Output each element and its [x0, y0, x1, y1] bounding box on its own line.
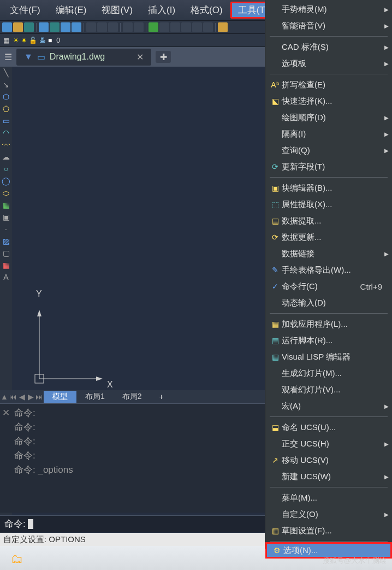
svg-marker-3	[96, 377, 103, 381]
zoom-window-icon[interactable]	[181, 22, 191, 32]
nav-first-icon[interactable]: ⏮	[9, 392, 17, 401]
ellipse-arc-icon[interactable]: ⬭	[1, 188, 11, 198]
menu-dynamic-input[interactable]: 动态输入(D)	[265, 295, 392, 311]
menu-view[interactable]: 视图(V)	[94, 2, 140, 19]
menu-data-extract[interactable]: ▤数据提取...	[265, 213, 392, 229]
save-icon[interactable]	[24, 22, 34, 32]
menu-draworder[interactable]: 绘图顺序(D)▶	[265, 109, 392, 126]
menu-customize[interactable]: 自定义(O)▶	[265, 506, 392, 522]
menu-named-ucs[interactable]: ⬓命名 UCS(U)...	[265, 419, 392, 436]
zoom-prev-icon[interactable]	[203, 22, 213, 32]
ellipse-icon[interactable]: ◯	[1, 176, 11, 186]
menu-data-update[interactable]: ⟳数据更新...	[265, 229, 392, 245]
menu-data-link[interactable]: 数据链接▶	[265, 245, 392, 262]
table-icon[interactable]: ▦	[1, 260, 11, 270]
point-icon[interactable]: ·	[1, 224, 11, 234]
menu-command-line[interactable]: ✓命令行(C)Ctrl+9	[265, 278, 392, 295]
polygon-icon[interactable]: ⬠	[1, 104, 11, 114]
redo-icon[interactable]	[134, 22, 144, 32]
block-icon[interactable]: ▣	[1, 212, 11, 222]
close-tab-icon[interactable]: ✕	[136, 52, 144, 62]
layer-manager-icon[interactable]: ▦	[3, 37, 11, 44]
layer-lock-icon[interactable]: 🔓	[29, 37, 37, 44]
nav-next-icon[interactable]: ▶	[26, 392, 35, 401]
paste-icon[interactable]	[108, 22, 118, 32]
menu-attribute-extract[interactable]: ⬚属性提取(X)...	[265, 196, 392, 213]
command-input[interactable]: 命令:	[0, 515, 265, 532]
menu-load-app[interactable]: ▦加载应用程序(L)...	[265, 316, 392, 332]
arc-icon[interactable]: ◠	[1, 128, 11, 138]
menu-view-slide[interactable]: 观看幻灯片(V)...	[265, 381, 392, 398]
layer-color-icon[interactable]: ■	[48, 37, 52, 44]
layer-plot-icon[interactable]: 🖶	[39, 37, 46, 44]
ray-icon[interactable]: ↘	[1, 80, 11, 90]
data-extract-icon: ▤	[269, 216, 282, 225]
tab-layout1[interactable]: 布局1	[76, 391, 114, 403]
menu-block-editor[interactable]: ▣块编辑器(B)...	[265, 180, 392, 196]
zoom-icon[interactable]	[170, 22, 180, 32]
match-prop-icon[interactable]	[149, 22, 158, 32]
menu-updatefields[interactable]: ⟳更新字段(T)	[265, 158, 392, 175]
region-icon[interactable]: ▢	[1, 248, 11, 258]
menu-insert[interactable]: 插入(I)	[140, 2, 183, 19]
tab-add-layout[interactable]: +	[151, 391, 173, 402]
cloud-icon[interactable]: ☁	[1, 152, 11, 162]
spline-icon[interactable]: 〰	[1, 140, 11, 150]
command-prompt: 命令:	[4, 518, 26, 530]
gradient-icon[interactable]: ▨	[1, 236, 11, 246]
menu-drafting-settings[interactable]: ▦草图设置(F)...	[265, 522, 392, 539]
menu-macro[interactable]: 宏(A)▶	[265, 398, 392, 414]
menu-spellcheck[interactable]: Aᵇ拼写检查(E)	[265, 77, 392, 93]
menu-qselect[interactable]: ⬕快速选择(K)...	[265, 93, 392, 109]
text-icon[interactable]: A	[1, 272, 11, 282]
menu-new-ucs[interactable]: 新建 UCS(W)▶	[265, 468, 392, 485]
zoom-extents-icon[interactable]	[192, 22, 202, 32]
help-icon[interactable]	[218, 22, 228, 32]
copy-icon[interactable]	[97, 22, 107, 32]
menu-inquiry[interactable]: 查询(Q)▶	[265, 142, 392, 158]
layout-icon[interactable]	[72, 22, 81, 32]
circle-icon[interactable]: ○	[1, 164, 11, 174]
tab-model[interactable]: 模型	[44, 391, 76, 403]
layer-thaw-icon[interactable]: ✷	[21, 37, 27, 44]
cut-icon[interactable]	[86, 22, 96, 32]
new-icon[interactable]	[2, 22, 12, 32]
menu-vlisp[interactable]: ▦Visual LISP 编辑器	[265, 349, 392, 365]
layer-name[interactable]: 0	[56, 37, 60, 44]
new-tab-button[interactable]: ✚	[156, 51, 171, 63]
polyline-icon[interactable]: ⬡	[1, 92, 11, 102]
menu-run-script[interactable]: ▤运行脚本(R)...	[265, 332, 392, 349]
menu-isolate[interactable]: 隔离(I)▶	[265, 126, 392, 142]
file-explorer-icon[interactable]: 🗂	[11, 552, 26, 564]
menu-file[interactable]: 文件(F)	[2, 2, 48, 19]
menu-edit[interactable]: 编辑(E)	[48, 2, 94, 19]
publish-icon[interactable]	[61, 22, 70, 32]
plot-preview-icon[interactable]	[50, 22, 60, 32]
nav-last-icon[interactable]: ⏭	[35, 392, 44, 401]
close-history-icon[interactable]: ✕	[2, 406, 10, 420]
line-icon[interactable]: ╲	[1, 68, 11, 78]
layer-on-icon[interactable]: ☀	[13, 37, 19, 44]
menu-cad-standards[interactable]: CAD 标准(S)▶	[265, 39, 392, 55]
menu-format[interactable]: 格式(O)	[183, 2, 230, 19]
menu-menu[interactable]: 菜单(M)...	[265, 490, 392, 506]
menu-ortho-ucs[interactable]: 正交 UCS(H)▶	[265, 436, 392, 452]
menu-gesture[interactable]: 手势精灵(M)▶	[265, 1, 392, 17]
nav-up-icon[interactable]: ▲	[0, 392, 9, 401]
rectangle-icon[interactable]: ▭	[1, 116, 11, 126]
menu-voice[interactable]: 智能语音(V)▶	[265, 17, 392, 34]
menu-move-ucs[interactable]: ↗移动 UCS(V)	[265, 452, 392, 468]
tab-menu-icon[interactable]: ☰	[4, 52, 12, 62]
menu-make-slide[interactable]: 生成幻灯片(M)...	[265, 365, 392, 381]
status-bar: 自定义设置: OPTIONS	[0, 533, 265, 546]
document-tab[interactable]: ▼ ▭ Drawing1.dwg ✕	[16, 49, 151, 66]
print-icon[interactable]	[39, 22, 49, 32]
undo-icon[interactable]	[123, 22, 133, 32]
tab-layout2[interactable]: 布局2	[114, 391, 151, 403]
hatch-icon[interactable]: ▦	[1, 200, 11, 210]
menu-palettes[interactable]: 选项板▶	[265, 55, 392, 72]
nav-prev-icon[interactable]: ◀	[17, 392, 26, 401]
open-icon[interactable]	[13, 22, 23, 32]
pan-icon[interactable]	[159, 22, 169, 32]
menu-hand-table-export[interactable]: ✎手绘表格导出(W)...	[265, 262, 392, 278]
